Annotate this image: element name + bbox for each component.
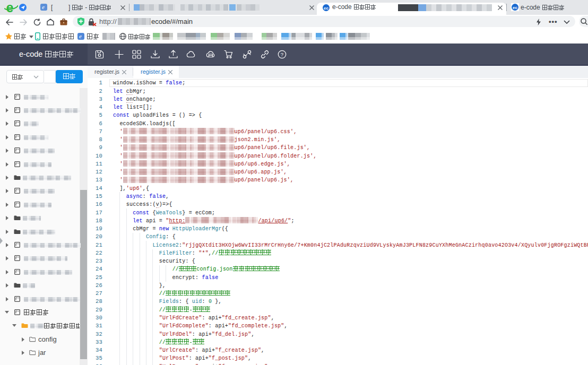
svg-text:e: e (6, 1, 14, 14)
svg-text:ec: ec (513, 5, 517, 10)
svg-text:?: ? (281, 51, 283, 57)
svg-text:ec: ec (324, 6, 328, 11)
svg-text:e: e (79, 33, 82, 39)
svg-text:e: e (42, 4, 45, 10)
